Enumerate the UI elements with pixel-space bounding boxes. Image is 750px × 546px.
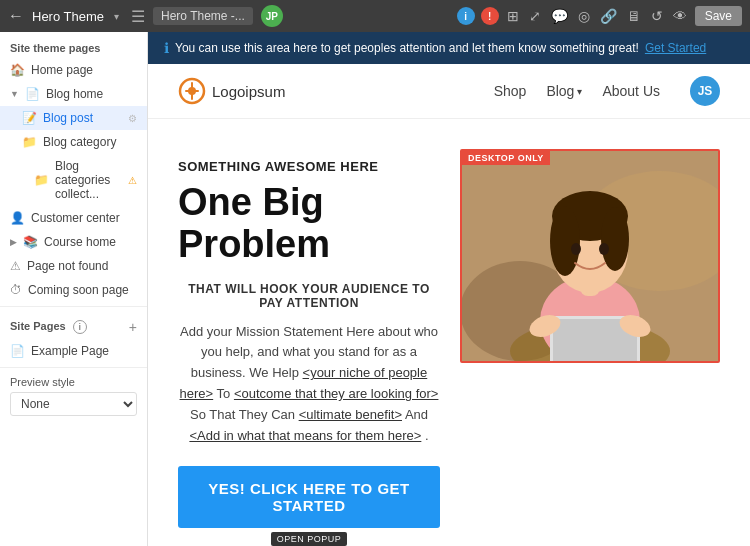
save-button[interactable]: Save (695, 6, 742, 26)
add-site-page-icon[interactable]: + (129, 319, 137, 335)
sidebar-item-label: Page not found (27, 259, 137, 273)
sidebar: Site theme pages 🏠 Home page ▼ 📄 Blog ho… (0, 32, 148, 546)
svg-point-12 (571, 243, 581, 255)
sidebar-item-label: Blog post (43, 111, 122, 125)
content-area: ℹ You can use this area here to get peop… (148, 32, 750, 546)
coming-soon-icon: ⏱ (10, 283, 22, 297)
sidebar-item-label: Course home (44, 235, 137, 249)
hero-body-end: So That They Can (190, 407, 295, 422)
hero-body-link2[interactable]: <outcome that they are looking for> (234, 386, 439, 401)
sidebar-item-label: Blog category (43, 135, 137, 149)
expand-arrow-icon: ▶ (10, 237, 17, 247)
alert-icon[interactable]: ! (481, 7, 499, 25)
banner-text: You can use this area here to get people… (175, 41, 639, 55)
sidebar-item-customer-center[interactable]: 👤 Customer center (0, 206, 147, 230)
preview-style-section: Preview style None Mobile Tablet (0, 367, 147, 424)
site-theme-pages-title: Site theme pages (0, 32, 147, 58)
eye-icon[interactable]: 👁 (671, 6, 689, 26)
not-found-icon: ⚠ (10, 259, 21, 273)
sidebar-item-home-page[interactable]: 🏠 Home page (0, 58, 147, 82)
nav-links: Shop Blog ▾ About Us JS (494, 76, 720, 106)
site-pages-title: Site Pages i (10, 320, 87, 334)
sidebar-item-coming-soon[interactable]: ⏱ Coming soon page (0, 278, 147, 302)
nav-blog-label: Blog (546, 83, 574, 99)
hero-text: SOMETHING AWESOME HERE One Big Problem T… (178, 149, 440, 546)
device-icon[interactable]: 💬 (549, 6, 570, 26)
hero-headline: One Big Problem (178, 182, 440, 266)
open-popup-badge: OPEN POPUP (271, 532, 348, 546)
hero-section: SOMETHING AWESOME HERE One Big Problem T… (148, 119, 750, 546)
info-icon[interactable]: i (457, 7, 475, 25)
sidebar-item-blog-category[interactable]: 📁 Blog category (0, 130, 147, 154)
sidebar-item-label: Home page (31, 63, 137, 77)
sidebar-item-course-home[interactable]: ▶ 📚 Course home (0, 230, 147, 254)
user-avatar-tab: JP (261, 5, 283, 27)
category-icon: 📁 (22, 135, 37, 149)
link-icon[interactable]: 🔗 (598, 6, 619, 26)
hero-cta-button[interactable]: YES! CLICK HERE TO GET STARTED (178, 466, 440, 528)
main-layout: Site theme pages 🏠 Home page ▼ 📄 Blog ho… (0, 32, 750, 546)
sidebar-item-blog-categories[interactable]: 📁 Blog categories collect... ⚠ (0, 154, 147, 206)
tab-title[interactable]: Hero Theme -... (153, 7, 253, 25)
hero-body-link4[interactable]: <Add in what that means for them here> (189, 428, 421, 443)
site-pages-header: Site Pages i + (0, 311, 147, 339)
expand-arrow-icon: ▼ (10, 89, 19, 99)
banner-info-icon: ℹ (164, 40, 169, 56)
desktop-only-badge: DESKTOP ONLY (462, 151, 550, 165)
hero-hook: THAT WILL HOOK YOUR AUDIENCE TO PAY ATTE… (178, 282, 440, 310)
site-nav: Logoipsum Shop Blog ▾ About Us JS (148, 64, 750, 119)
logo-area: Logoipsum (178, 77, 285, 105)
user-avatar: JS (690, 76, 720, 106)
sidebar-item-blog-home[interactable]: ▼ 📄 Blog home (0, 82, 147, 106)
course-icon: 📚 (23, 235, 38, 249)
nav-shop[interactable]: Shop (494, 83, 527, 99)
nav-blog[interactable]: Blog ▾ (546, 83, 582, 99)
refresh-icon[interactable]: ↺ (649, 6, 665, 26)
post-icon: 📝 (22, 111, 37, 125)
app-title-dropdown[interactable]: ▾ (114, 11, 119, 22)
top-bar-icons: i ! ⊞ ⤢ 💬 ◎ 🔗 🖥 ↺ 👁 Save (457, 6, 742, 26)
svg-point-11 (601, 207, 629, 271)
sidebar-item-label: Coming soon page (28, 283, 137, 297)
hero-image (462, 151, 718, 361)
customer-icon: 👤 (10, 211, 25, 225)
categories-icon: 📁 (34, 173, 49, 187)
top-bar: ← Hero Theme ▾ ☰ Hero Theme -... JP i ! … (0, 0, 750, 32)
svg-point-10 (550, 206, 580, 276)
info-banner: ℹ You can use this area here to get peop… (148, 32, 750, 64)
gear-icon[interactable]: ⚙ (128, 113, 137, 124)
hero-body-link3[interactable]: <ultimate benefit> (299, 407, 402, 422)
app-title: Hero Theme (32, 9, 104, 24)
nav-about[interactable]: About Us (602, 83, 660, 99)
site-pages-label: Site Pages (10, 320, 66, 332)
blog-icon: 📄 (25, 87, 40, 101)
monitor-icon[interactable]: 🖥 (625, 6, 643, 26)
hero-body-and: And (405, 407, 428, 422)
nav-blog-arrow: ▾ (577, 86, 582, 97)
sidebar-item-example-page[interactable]: 📄 Example Page (0, 339, 147, 363)
sidebar-item-label: Blog categories collect... (55, 159, 122, 201)
comment-icon[interactable]: ◎ (576, 6, 592, 26)
sidebar-item-label: Blog home (46, 87, 137, 101)
hero-body-period: . (425, 428, 429, 443)
site-pages-info-icon[interactable]: i (73, 320, 87, 334)
sidebar-item-blog-post[interactable]: 📝 Blog post ⚙ (0, 106, 147, 130)
sidebar-item-label: Example Page (31, 344, 137, 358)
logo-text: Logoipsum (212, 83, 285, 100)
sidebar-item-page-not-found[interactable]: ⚠ Page not found (0, 254, 147, 278)
banner-link[interactable]: Get Started (645, 41, 706, 55)
preview-style-select[interactable]: None Mobile Tablet (10, 392, 137, 416)
svg-point-13 (599, 243, 609, 255)
hero-body: Add your Mission Statement Here about wh… (178, 322, 440, 447)
warning-icon: ⚠ (128, 175, 137, 186)
svg-point-1 (188, 87, 196, 95)
apps-icon[interactable]: ⊞ (505, 6, 521, 26)
back-arrow-icon[interactable]: ← (8, 7, 24, 25)
hero-sub-label: SOMETHING AWESOME HERE (178, 159, 440, 174)
hamburger-icon[interactable]: ☰ (131, 7, 145, 26)
home-icon: 🏠 (10, 63, 25, 77)
expand-icon[interactable]: ⤢ (527, 6, 543, 26)
hero-body-middle: To (217, 386, 231, 401)
sidebar-item-label: Customer center (31, 211, 137, 225)
hero-image-container: DESKTOP ONLY (460, 149, 720, 363)
